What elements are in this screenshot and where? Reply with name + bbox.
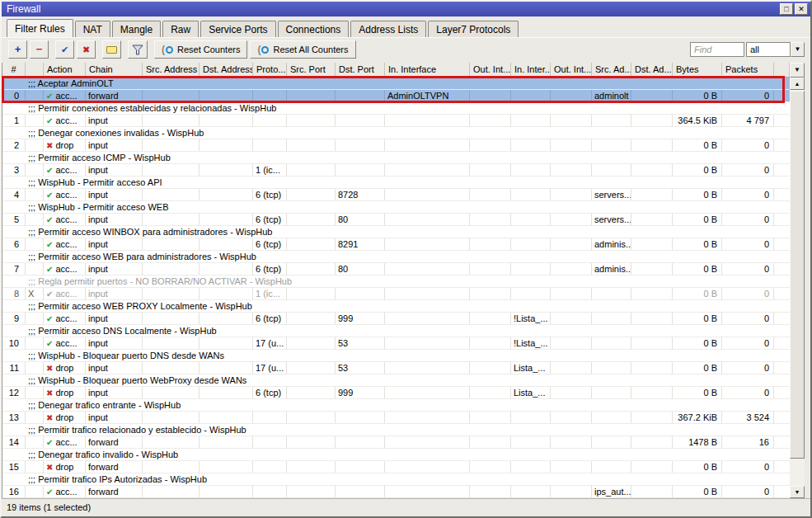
title-bar[interactable]: Firewall □ ✕	[2, 2, 810, 16]
filter-dropdown-button[interactable]: ▼	[791, 42, 805, 57]
comment-row[interactable]: ;;; Permitir trafico relacionado y estab…	[2, 424, 790, 436]
vertical-scrollbar[interactable]: ▼ ▲ ▼	[790, 63, 805, 498]
rule-row[interactable]: 11✖dropinput17 (u...53Lista_...0 B0	[2, 362, 790, 374]
rule-row[interactable]: 2✖dropinput0 B0	[2, 139, 790, 152]
cell-dst_port: 8291	[336, 238, 385, 250]
column-select-button[interactable]: ▼	[790, 63, 805, 78]
comment-row[interactable]: ;;; Denegar trafico invalido - WispHub	[2, 449, 790, 461]
remove-rule-button[interactable]: −	[30, 40, 49, 59]
action-label: drop	[55, 412, 73, 422]
cell-num: 2	[2, 139, 26, 151]
comment-row[interactable]: ;;; Denegar trafico entrante - WispHub	[2, 399, 790, 412]
column-header-dst_address[interactable]: Dst. Address	[199, 63, 253, 77]
comment-text: ;;; Permitir trafico relacionado y estab…	[28, 424, 246, 436]
filter-button[interactable]	[128, 40, 148, 59]
cell-dst_list	[631, 214, 673, 225]
comment-row[interactable]: ;;; Denegar conexiones invalidas - WispH…	[2, 127, 790, 139]
rule-row[interactable]: 3✔acc...input1 (ic...0 B0	[2, 164, 790, 177]
column-header-action[interactable]: Action	[44, 63, 86, 77]
tab-filter-rules[interactable]: Filter Rules	[7, 19, 73, 37]
rule-row[interactable]: 7✔acc...input6 (tcp)80adminis...0 B0	[2, 263, 790, 275]
disable-rule-button[interactable]: ✖	[77, 40, 96, 59]
cell-packets: 0	[722, 461, 774, 473]
rule-row[interactable]: 6✔acc...input6 (tcp)8291adminis...0 B0	[2, 238, 790, 251]
column-header-filler[interactable]	[774, 63, 790, 77]
comment-row[interactable]: ;;; Permitir trafico IPs Autorizadas - W…	[2, 473, 790, 486]
tab-nat[interactable]: NAT	[75, 21, 110, 37]
rule-row[interactable]: 14✔acc...forward1478 B16	[2, 436, 790, 449]
cell-flags	[26, 263, 44, 275]
enable-rule-button[interactable]: ✔	[55, 40, 74, 59]
column-header-out_list[interactable]: Out. Int...	[551, 63, 592, 77]
rule-row[interactable]: 16✔acc...forwardips_aut...0 B0	[2, 486, 790, 498]
column-header-chain[interactable]: Chain	[86, 63, 143, 77]
cell-src_port	[287, 486, 336, 497]
accept-icon: ✔	[46, 190, 53, 200]
comment-row[interactable]: ;;; WispHub - Permitir acceso WEB	[2, 201, 790, 214]
cell-src_port	[287, 90, 336, 101]
column-header-src_address[interactable]: Src. Address	[143, 63, 199, 77]
scroll-down-button[interactable]: ▼	[790, 486, 805, 498]
maximize-button[interactable]: □	[780, 3, 793, 15]
cell-in_iface	[385, 189, 470, 200]
tab-connections[interactable]: Connections	[278, 21, 350, 37]
column-header-flags[interactable]	[26, 63, 44, 77]
filter-select[interactable]: all	[746, 42, 791, 57]
rule-row[interactable]: 15✖dropforward0 B0	[2, 461, 790, 473]
rule-row[interactable]: 4✔acc...input6 (tcp)8728servers...0 B0	[2, 189, 790, 201]
column-header-in_list[interactable]: In. Inter...	[511, 63, 551, 77]
accept-icon: ✔	[46, 487, 53, 497]
reset-all-counters-button[interactable]: ( Reset All Counters	[250, 40, 355, 59]
rule-row[interactable]: 12✖dropinput6 (tcp)999Lista_...0 B0	[2, 387, 790, 399]
comment-row[interactable]: ;;; Aceptar AdminOLT	[2, 78, 790, 90]
comment-button[interactable]	[102, 40, 121, 59]
column-header-in_iface[interactable]: In. Interface	[385, 63, 470, 77]
tab-layer7-protocols[interactable]: Layer7 Protocols	[428, 21, 519, 37]
column-header-dst_port[interactable]: Dst. Port	[336, 63, 385, 77]
cell-dst_list	[631, 362, 673, 374]
cell-src_list: ips_aut...	[592, 486, 631, 497]
comment-row[interactable]: ;;; Permitir acceso DNS Localmente - Wis…	[2, 325, 790, 337]
rule-row[interactable]: 1✔acc...input364.5 KiB4 797	[2, 115, 790, 127]
cell-src_address	[143, 337, 199, 349]
column-header-bytes[interactable]: Bytes	[673, 63, 722, 77]
comment-row[interactable]: ;;; Permitir conexiones establecidas y r…	[2, 102, 790, 115]
add-rule-button[interactable]: +	[8, 40, 27, 59]
column-header-num[interactable]: #	[2, 63, 26, 77]
column-header-proto[interactable]: Proto...	[253, 63, 287, 77]
find-input[interactable]	[690, 42, 744, 57]
rule-row[interactable]: 8X✔acc...input1 (ic...0 B0	[2, 288, 790, 300]
rule-row[interactable]: 9✔acc...input6 (tcp)999!Lista_...0 B0	[2, 313, 790, 325]
tab-service-ports[interactable]: Service Ports	[200, 21, 275, 37]
column-header-dst_list[interactable]: Dst. Ad...	[631, 63, 673, 77]
scroll-up-button[interactable]: ▲	[790, 78, 805, 90]
rule-row[interactable]: 5✔acc...input6 (tcp)80servers...0 B0	[2, 214, 790, 226]
comment-row[interactable]: ;;; Permitir acceso ICMP - WispHub	[2, 152, 790, 164]
comment-row[interactable]: ;;; WispHub - Bloquear puerto WebProxy d…	[2, 374, 790, 387]
rule-row[interactable]: 10✔acc...input17 (u...53!Lista_...0 B0	[2, 337, 790, 350]
action-label: drop	[55, 140, 73, 150]
comment-row[interactable]: ;;; Permitir acceso WINBOX para administ…	[2, 226, 790, 238]
cell-out_iface	[470, 238, 511, 250]
tab-raw[interactable]: Raw	[162, 21, 199, 37]
cell-dst_address	[199, 238, 253, 250]
comment-row[interactable]: ;;; WispHub - Permitir acceso API	[2, 177, 790, 189]
comment-row[interactable]: ;;; Permitir acceso WEB para administrad…	[2, 251, 790, 263]
reset-counters-button[interactable]: ( Reset Counters	[154, 40, 247, 59]
column-header-src_port[interactable]: Src. Port	[287, 63, 336, 77]
comment-row[interactable]: ;;; WispHub - Bloquear puerto DNS desde …	[2, 350, 790, 362]
cell-dst_address	[199, 461, 253, 473]
column-header-src_list[interactable]: Src. Ad...	[592, 63, 631, 77]
cell-packets: 0	[722, 139, 774, 151]
tab-mangle[interactable]: Mangle	[112, 21, 161, 37]
comment-row[interactable]: ;;; Permitir acceso WEB PROXY Localmente…	[2, 300, 790, 313]
rule-row[interactable]: 0✔acc...forwardAdminOLTVPNadminolt0 B0	[2, 90, 790, 102]
column-header-out_iface[interactable]: Out. Int...	[470, 63, 511, 77]
comment-row[interactable]: ;;; Regla permitir puertos - NO BORRAR/N…	[2, 275, 790, 288]
tab-address-lists[interactable]: Address Lists	[350, 21, 426, 37]
column-header-packets[interactable]: Packets	[722, 63, 774, 77]
rule-row[interactable]: 13✖dropinput367.2 KiB3 524	[2, 412, 790, 424]
cell-action: ✖drop	[44, 362, 86, 374]
scrollbar-thumb[interactable]	[790, 91, 805, 459]
close-button[interactable]: ✕	[795, 3, 808, 15]
